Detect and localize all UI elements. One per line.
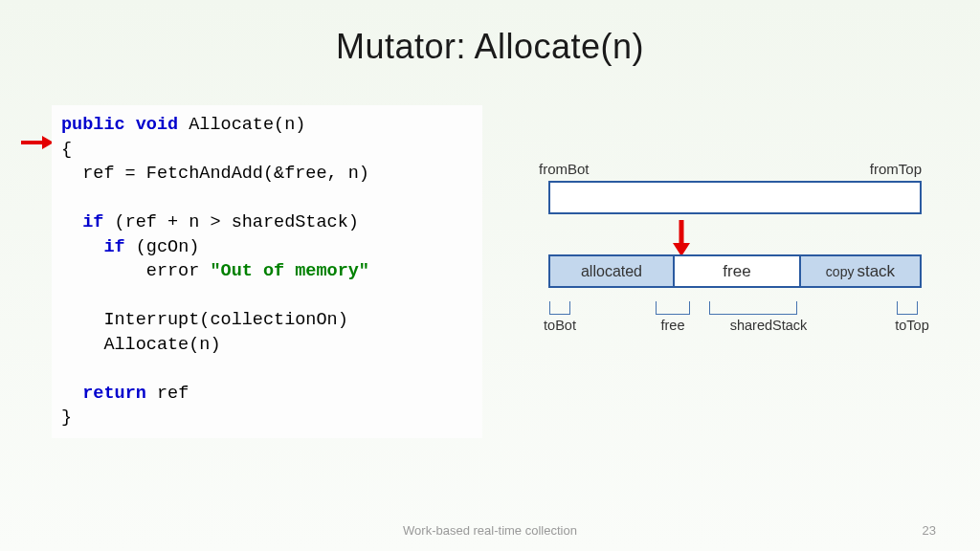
bracket-free: [656, 301, 690, 315]
code-text: error: [61, 261, 210, 281]
label-freeptr: free: [661, 318, 685, 333]
code-text: Interrupt(collectionOn): [61, 310, 348, 330]
code-text: Allocate(n): [178, 115, 305, 135]
segment-free: free: [675, 256, 799, 286]
code-text: Allocate(n): [61, 335, 221, 355]
label-frombot: fromBot: [539, 161, 590, 177]
bracket-sharedstack: [709, 301, 797, 315]
from-space-rect: [548, 181, 922, 214]
keyword: if: [103, 237, 124, 257]
label-stack: stack: [857, 262, 895, 281]
string-literal: "Out of memory": [210, 261, 369, 281]
footer-text: Work-based real-time collection: [0, 523, 980, 538]
keyword: if: [82, 212, 103, 232]
code-text: [61, 212, 82, 232]
to-space-rect: allocated free copy stack: [548, 254, 922, 288]
bracket-totop: [897, 301, 918, 315]
code-text: [61, 384, 82, 404]
code-text: (ref + n > sharedStack): [103, 212, 358, 232]
label-totop: toTop: [895, 318, 928, 333]
page-number: 23: [923, 523, 936, 538]
segment-allocated: allocated: [550, 256, 675, 286]
bracket-tobot: [549, 301, 570, 315]
label-tobot: toBot: [544, 318, 576, 333]
code-text: ref = FetchAndAdd(&free, n): [61, 164, 369, 184]
slide-title: Mutator: Allocate(n): [0, 0, 980, 67]
code-text: {: [61, 140, 72, 160]
code-text: [61, 237, 103, 257]
execution-pointer-arrow: [19, 134, 54, 155]
code-text: ref: [146, 384, 189, 404]
label-fromtop: fromTop: [870, 161, 922, 177]
code-text: }: [61, 408, 72, 428]
segment-copystack: copy stack: [799, 256, 920, 286]
label-copy: copy: [826, 264, 855, 279]
code-text: (gcOn): [125, 237, 200, 257]
memory-diagram: fromBot fromTop allocated free copy stac…: [522, 153, 933, 354]
keyword: return: [82, 384, 146, 404]
keyword: public void: [61, 115, 178, 135]
code-block: public void Allocate(n) { ref = FetchAnd…: [52, 105, 482, 438]
label-sharedstack: sharedStack: [730, 318, 808, 333]
